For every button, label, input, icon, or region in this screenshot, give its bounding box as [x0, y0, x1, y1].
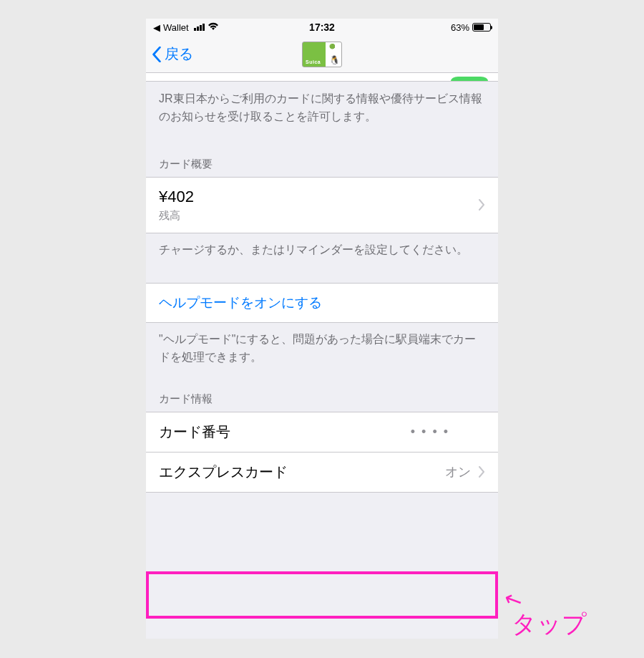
- partial-previous-cell: [146, 73, 498, 82]
- balance-cell[interactable]: ¥402 残高: [146, 177, 498, 233]
- card-number-value: • • • •: [411, 425, 449, 440]
- status-left: ◀ Wallet: [153, 22, 219, 33]
- overview-footer: チャージするか、またはリマインダーを設定してください。: [146, 233, 498, 266]
- help-mode-label: ヘルプモードをオンにする: [159, 294, 322, 312]
- nav-bar: 戻る 🟢 Suica 🐧: [146, 36, 498, 73]
- annotation-tap: ↖ タップ: [504, 589, 587, 641]
- back-to-app-caret[interactable]: ◀: [153, 22, 160, 33]
- battery-icon: [472, 23, 491, 32]
- overview-header: カード概要: [146, 133, 498, 177]
- notifications-footer: JR東日本からご利用のカードに関する情報や優待サービス情報のお知らせを受け取るこ…: [146, 82, 498, 133]
- battery-percent: 63%: [451, 22, 469, 33]
- annotation-tap-label: タップ: [512, 608, 587, 641]
- card-number-label: カード番号: [159, 422, 230, 442]
- wifi-icon: [208, 22, 219, 33]
- back-to-app-label[interactable]: Wallet: [163, 22, 189, 33]
- suica-brand-label: Suica: [304, 59, 322, 65]
- phone-screen: ◀ Wallet 17:32 63% 戻る 🟢 Suica 🐧 JR東日本からご…: [146, 19, 498, 639]
- express-card-cell[interactable]: エクスプレスカード オン: [146, 452, 498, 493]
- back-button-label: 戻る: [165, 44, 193, 64]
- help-mode-cell[interactable]: ヘルプモードをオンにする: [146, 283, 498, 323]
- express-card-label: エクスプレスカード: [159, 463, 288, 482]
- balance-amount: ¥402: [159, 188, 194, 206]
- toggle-on-fragment[interactable]: [451, 77, 488, 81]
- back-button[interactable]: 戻る: [146, 44, 193, 64]
- express-card-value: オン: [445, 463, 471, 480]
- card-number-cell[interactable]: カード番号 • • • •: [146, 412, 498, 453]
- status-bar: ◀ Wallet 17:32 63%: [146, 19, 498, 36]
- chevron-right-icon: [478, 199, 485, 211]
- help-mode-footer: "ヘルプモード"にすると、問題があった場合に駅員端末でカードを処理できます。: [146, 322, 498, 374]
- chevron-left-icon: [152, 47, 162, 62]
- suica-card-icon: 🟢 Suica 🐧: [302, 42, 342, 67]
- cellular-signal-icon: [194, 24, 205, 31]
- status-right: 63%: [451, 22, 491, 33]
- balance-label: 残高: [159, 209, 194, 223]
- card-info-header: カード情報: [146, 374, 498, 412]
- chevron-right-icon: [478, 466, 485, 478]
